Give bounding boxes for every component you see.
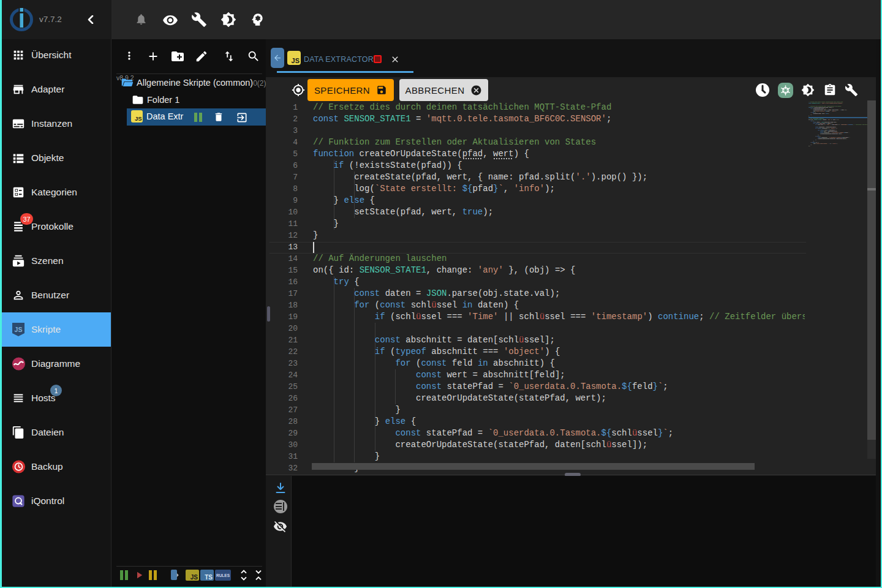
svg-text:JS: JS: [15, 326, 23, 333]
